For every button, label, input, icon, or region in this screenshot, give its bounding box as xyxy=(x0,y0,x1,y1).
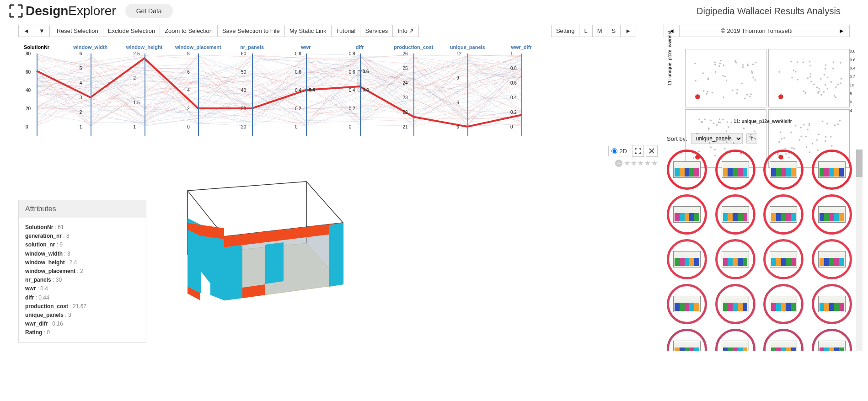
services-button[interactable]: Services xyxy=(360,25,393,37)
solution-thumbnail[interactable] xyxy=(667,150,707,190)
tick: 4 xyxy=(850,108,859,113)
size-l-button[interactable]: L xyxy=(579,25,592,37)
svg-point-135 xyxy=(723,139,725,141)
solution-thumbnail[interactable] xyxy=(812,194,852,235)
page-title: Digipedia Wallacei Results Analysis xyxy=(697,6,859,16)
size-m-button[interactable]: M xyxy=(592,25,607,37)
solution-thumbnail[interactable] xyxy=(763,194,804,235)
axis[interactable] xyxy=(306,53,307,136)
axis[interactable] xyxy=(198,53,199,136)
view-2d-radio[interactable] xyxy=(611,148,617,154)
axis-tick: 0.8 xyxy=(349,51,355,56)
svg-point-39 xyxy=(726,80,728,81)
axis-label[interactable]: nr_panels xyxy=(240,44,264,50)
solution-thumbnail-grid[interactable] xyxy=(667,150,859,351)
svg-point-164 xyxy=(803,124,805,126)
minus-icon[interactable]: − xyxy=(615,160,622,167)
save-selection-button[interactable]: Save Selection to File xyxy=(217,25,285,37)
axis[interactable] xyxy=(91,53,91,136)
solution-thumbnail[interactable] xyxy=(763,329,804,351)
solution-thumbnail[interactable] xyxy=(715,150,755,190)
svg-point-63 xyxy=(790,61,792,63)
axis[interactable] xyxy=(467,53,468,136)
axis-label[interactable]: unique_panels xyxy=(450,44,485,50)
star-icon[interactable]: ★ xyxy=(651,159,658,167)
sort-label: Sort by: xyxy=(667,135,687,142)
axis-label[interactable]: window_width xyxy=(73,44,107,50)
view-2d-toggle[interactable]: 2D xyxy=(608,146,630,156)
scrollbar[interactable] xyxy=(856,150,863,351)
axis[interactable] xyxy=(413,53,414,136)
static-link-button[interactable]: My Static Link xyxy=(284,25,332,37)
svg-point-62 xyxy=(818,88,820,90)
axis[interactable] xyxy=(37,53,38,136)
axis-tick: 22 xyxy=(402,110,407,115)
parallel-coordinates-chart[interactable]: SolutionNr020406080window_width123456win… xyxy=(18,44,521,136)
solution-thumbnail[interactable] xyxy=(763,150,804,190)
axis[interactable] xyxy=(360,53,361,136)
svg-point-163 xyxy=(831,145,833,147)
axis-tick: 50 xyxy=(241,70,246,75)
svg-point-71 xyxy=(778,71,780,73)
solution-thumbnail[interactable] xyxy=(667,284,707,324)
axis-label[interactable]: window_height xyxy=(126,44,162,50)
fullscreen-button[interactable] xyxy=(632,145,644,157)
solution-thumbnail[interactable] xyxy=(812,150,852,190)
star-icon[interactable]: ★ xyxy=(644,159,651,167)
tutorial-button[interactable]: Tutorial xyxy=(331,25,361,37)
star-icon[interactable]: ★ xyxy=(638,159,644,167)
axis-label[interactable]: dlfr xyxy=(356,44,364,50)
tick: 0.8 xyxy=(850,49,859,53)
info-button[interactable]: Info↗ xyxy=(392,25,419,37)
nav-prev-button[interactable]: ◄ xyxy=(18,25,34,37)
axis-label[interactable]: production_cost xyxy=(394,44,433,50)
solution-thumbnail[interactable] xyxy=(715,284,755,324)
scatter-matrix[interactable]: 11: unique_p12e_wwrelsl 0.8 0.6 0.4 0.2 … xyxy=(667,44,859,127)
solution-thumbnail[interactable] xyxy=(812,239,852,279)
solution-thumbnail[interactable] xyxy=(763,284,804,324)
axis-brush[interactable] xyxy=(358,70,362,91)
scatter-cell[interactable] xyxy=(685,49,766,107)
axis-tick: 2 xyxy=(134,75,136,80)
solution-thumbnail[interactable] xyxy=(763,239,804,279)
solution-thumbnail[interactable] xyxy=(667,194,707,235)
axis[interactable] xyxy=(521,53,522,136)
svg-point-146 xyxy=(816,139,818,141)
rating-stars[interactable]: − ★ ★ ★ ★ ★ xyxy=(615,159,658,167)
solution-thumbnail[interactable] xyxy=(812,284,852,324)
setting-button[interactable]: Setting xyxy=(551,25,579,37)
solution-thumbnail[interactable] xyxy=(667,239,707,279)
star-icon[interactable]: ★ xyxy=(624,159,630,167)
axis-tick: 4 xyxy=(80,80,82,86)
axis-label[interactable]: wwr_dlfr xyxy=(511,44,531,50)
size-s-button[interactable]: S xyxy=(607,25,621,37)
axis-tick: 24 xyxy=(402,80,407,86)
axis[interactable] xyxy=(252,53,253,136)
solution-thumbnail[interactable] xyxy=(667,329,707,351)
exclude-selection-button[interactable]: Exclude Selection xyxy=(103,25,160,37)
nav-dropdown-button[interactable]: ▼ xyxy=(34,25,50,37)
solution-thumbnail[interactable] xyxy=(715,239,755,279)
solution-thumbnail[interactable] xyxy=(812,329,852,351)
scatter-cell[interactable] xyxy=(768,49,850,107)
axis-label[interactable]: SolutionNr xyxy=(24,44,49,50)
reset-selection-button[interactable]: Reset Selection xyxy=(52,25,103,37)
model-viewer[interactable]: 2D − ★ ★ ★ ★ xyxy=(146,145,658,343)
solution-thumbnail[interactable] xyxy=(715,194,755,235)
axis-label[interactable]: wwr xyxy=(301,44,311,50)
axis-brush[interactable] xyxy=(304,89,308,91)
svg-point-122 xyxy=(736,138,738,140)
axis-label[interactable]: window_placement xyxy=(175,44,221,50)
svg-point-37 xyxy=(747,64,749,65)
zoom-selection-button[interactable]: Zoom to Selection xyxy=(160,25,218,37)
solution-thumbnail[interactable] xyxy=(715,329,755,351)
get-data-button[interactable]: Get Data xyxy=(125,4,173,18)
axis[interactable] xyxy=(145,53,145,136)
star-icon[interactable]: ★ xyxy=(631,159,637,167)
model-3d-view[interactable] xyxy=(146,163,352,310)
svg-point-56 xyxy=(749,96,751,97)
svg-point-46 xyxy=(715,71,717,73)
nav-next-button[interactable]: ► xyxy=(620,25,636,37)
close-viewer-button[interactable] xyxy=(646,145,658,157)
copyright-next-button[interactable]: ► xyxy=(834,25,850,37)
